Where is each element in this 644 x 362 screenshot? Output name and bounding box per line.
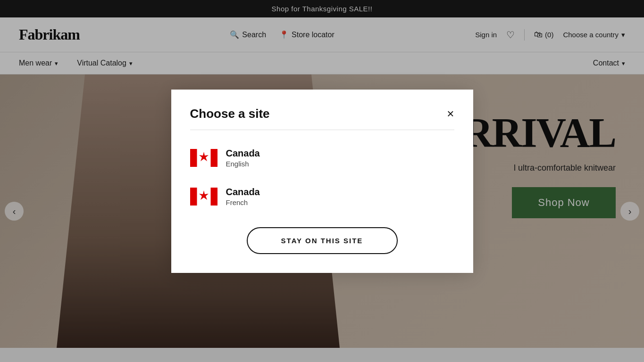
svg-rect-1: [190, 149, 197, 167]
country-info-canada-french: Canada French: [226, 187, 260, 206]
stay-on-site-button[interactable]: STAY ON THIS SITE: [247, 227, 398, 254]
modal-title: Choose a site: [190, 107, 270, 121]
country-option-canada-french[interactable]: Canada French: [190, 177, 454, 216]
modal-close-button[interactable]: ×: [447, 107, 454, 120]
svg-rect-6: [210, 188, 217, 206]
modal-header: Choose a site ×: [190, 107, 454, 130]
country-info-canada-english: Canada English: [226, 148, 260, 168]
modal-overlay[interactable]: Choose a site × Canada English: [0, 0, 644, 362]
canada-flag-french: [190, 188, 217, 206]
country-name-french: Canada: [226, 187, 260, 197]
svg-rect-2: [210, 149, 217, 167]
country-lang-english: English: [226, 160, 260, 168]
choose-site-modal: Choose a site × Canada English: [171, 90, 473, 273]
svg-rect-5: [190, 188, 197, 206]
country-name-english: Canada: [226, 148, 260, 159]
country-option-canada-english[interactable]: Canada English: [190, 139, 454, 177]
country-lang-french: French: [226, 198, 260, 206]
canada-flag-english: [190, 149, 217, 167]
